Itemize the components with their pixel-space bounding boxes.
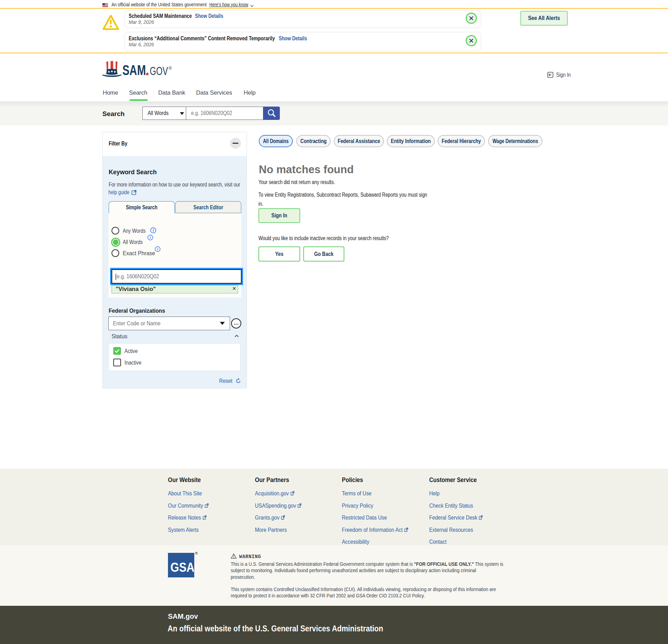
svg-text:Contracting: Contracting — [301, 138, 327, 144]
svg-text:Entity Information: Entity Information — [391, 138, 431, 144]
svg-text:All Domains: All Domains — [263, 138, 289, 144]
svg-text:®: ® — [169, 66, 172, 71]
svg-text:GOV: GOV — [150, 65, 168, 77]
svg-text:Federal Assistance: Federal Assistance — [338, 138, 380, 144]
svg-text:Federal Hierarchy: Federal Hierarchy — [442, 138, 481, 144]
svg-text:SAM: SAM — [122, 62, 146, 78]
svg-text:Wage Determinations: Wage Determinations — [493, 138, 538, 144]
